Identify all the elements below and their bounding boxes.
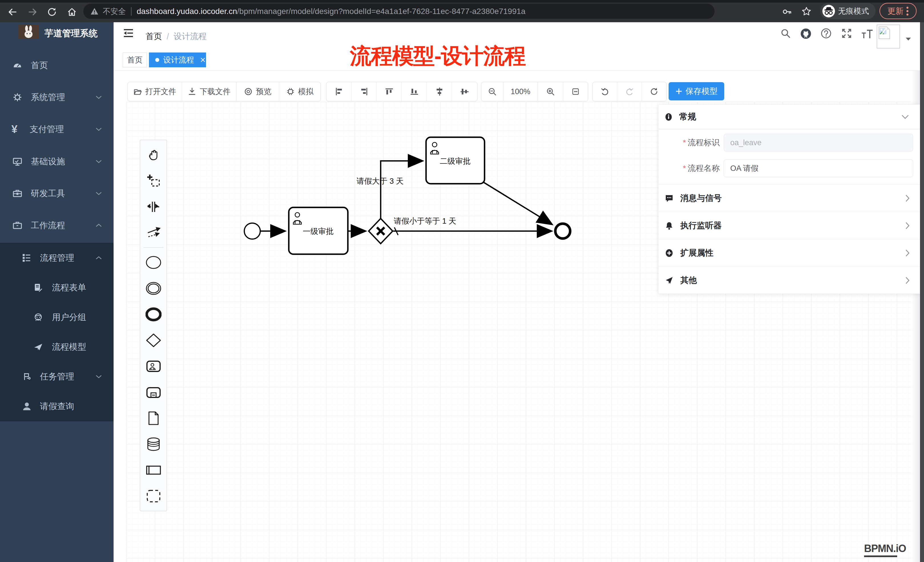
create-gateway-icon[interactable]: [141, 327, 166, 353]
sidebar-item-home[interactable]: 首页: [0, 51, 114, 80]
flow-task2-to-end[interactable]: [483, 182, 551, 224]
create-intermediate-event-icon[interactable]: [141, 275, 166, 301]
browser-home-button[interactable]: [67, 7, 77, 17]
browser-forward-button[interactable]: [27, 7, 38, 17]
end-event[interactable]: [555, 224, 570, 238]
bookmark-star-icon[interactable]: [801, 6, 812, 16]
restart-button[interactable]: [642, 82, 666, 101]
align-toolbar-group: [326, 82, 477, 101]
zoom-level-display[interactable]: 100%: [503, 82, 538, 101]
lasso-tool-icon[interactable]: [141, 168, 166, 194]
chevron-right-icon: [905, 194, 910, 202]
fullscreen-icon[interactable]: [841, 28, 853, 39]
task-label: 一级审批: [303, 227, 334, 236]
flow-gateway-to-task2[interactable]: [381, 161, 422, 219]
process-name-input[interactable]: [724, 159, 913, 177]
zoom-out-button[interactable]: [482, 82, 503, 101]
align-right-button[interactable]: [352, 82, 376, 101]
global-connect-tool-icon[interactable]: [141, 220, 166, 246]
open-file-button[interactable]: 打开文件: [128, 82, 182, 101]
github-icon[interactable]: [800, 28, 812, 39]
sidebar-collapse-icon[interactable]: [123, 28, 135, 39]
chevron-down-icon: [95, 191, 102, 196]
create-data-store-icon[interactable]: [141, 431, 166, 457]
breadcrumb: 首页 / 设计流程: [146, 31, 207, 42]
browser-reload-button[interactable]: [47, 7, 57, 17]
user-group-icon: [34, 313, 43, 322]
align-top-button[interactable]: [376, 82, 402, 101]
bpmn-io-logo[interactable]: BPMN.iO: [864, 543, 906, 557]
preview-eye-icon: [244, 87, 252, 96]
incognito-badge[interactable]: 无痕模式: [820, 3, 876, 19]
sidebar-item-payment[interactable]: ¥ 支付管理: [0, 114, 114, 144]
avatar-caret-icon[interactable]: [905, 37, 912, 41]
sidebar-item-leave-query[interactable]: 请假查询: [0, 391, 114, 421]
sidebar-item-system[interactable]: 系统管理: [0, 82, 114, 112]
password-key-icon[interactable]: [782, 7, 792, 16]
undo-button[interactable]: [593, 82, 617, 101]
create-participant-icon[interactable]: [141, 457, 166, 483]
general-section-header[interactable]: 常规: [658, 105, 920, 129]
address-bar[interactable]: 不安全 dashboard.yudao.iocoder.cn/bpm/manag…: [83, 4, 714, 19]
breadcrumb-home[interactable]: 首页: [146, 31, 162, 42]
section-message-signal[interactable]: 消息与信号: [658, 184, 920, 212]
file-toolbar-group: 打开文件 下载文件 预览 模拟: [128, 82, 321, 101]
sidebar-item-label: 基础设施: [31, 156, 65, 168]
section-other[interactable]: 其他: [658, 267, 920, 294]
create-group-icon[interactable]: [141, 483, 166, 509]
zoom-in-button[interactable]: [538, 82, 563, 101]
sidebar-item-process-management[interactable]: 流程管理: [0, 243, 114, 273]
tag-tab-home[interactable]: 首页: [123, 52, 147, 67]
font-size-icon[interactable]: [861, 29, 873, 40]
avatar[interactable]: [877, 24, 900, 48]
save-model-button[interactable]: 保存模型: [669, 82, 724, 100]
search-icon[interactable]: [780, 28, 792, 39]
zoom-reset-button[interactable]: [563, 82, 588, 101]
simulate-button[interactable]: 模拟: [279, 82, 321, 101]
browser-update-button[interactable]: 更新: [879, 3, 916, 19]
align-bottom-button[interactable]: [402, 82, 427, 101]
create-user-task-icon[interactable]: [141, 353, 166, 379]
section-extended-properties[interactable]: 扩展属性: [658, 239, 920, 267]
sidebar-item-task-management[interactable]: 任务管理: [0, 362, 114, 391]
close-icon[interactable]: [200, 57, 206, 63]
sidebar-item-infrastructure[interactable]: 基础设施: [0, 147, 114, 176]
create-end-event-icon[interactable]: [141, 301, 166, 327]
incognito-icon: [822, 4, 835, 18]
chevron-down-icon: [95, 374, 102, 379]
sidebar-item-workflow[interactable]: 工作流程: [0, 211, 114, 240]
start-event[interactable]: [244, 223, 260, 239]
flow-condition-label-gt3[interactable]: 请假大于 3 天: [356, 177, 404, 186]
browser-back-button[interactable]: [8, 7, 18, 17]
page-scrollbar[interactable]: [920, 22, 924, 562]
update-label: 更新: [888, 6, 903, 16]
align-center-vertical-button[interactable]: [427, 82, 452, 101]
flow-condition-label-le1[interactable]: 请假小于等于 1 天: [394, 217, 456, 225]
sidebar-item-devtools[interactable]: 研发工具: [0, 178, 114, 208]
redo-button[interactable]: [617, 82, 642, 101]
active-tab-dot: [155, 58, 159, 62]
chevron-down-icon: [95, 127, 102, 132]
sidebar-item-user-group[interactable]: 用户分组: [0, 303, 114, 332]
hand-tool-icon[interactable]: [141, 142, 166, 168]
message-icon: [665, 194, 674, 202]
download-file-button[interactable]: 下载文件: [182, 82, 237, 101]
space-tool-icon[interactable]: [141, 194, 166, 220]
create-subprocess-icon[interactable]: [141, 379, 166, 405]
create-start-event-icon[interactable]: [141, 249, 166, 275]
section-execution-listener[interactable]: 执行监听器: [658, 212, 920, 239]
align-left-button[interactable]: [327, 82, 352, 101]
help-icon[interactable]: [821, 28, 832, 39]
tag-tab-design-active[interactable]: 设计流程: [149, 52, 206, 67]
create-data-object-icon[interactable]: [141, 405, 166, 431]
preview-button[interactable]: 预览: [237, 82, 279, 101]
sidebar-item-process-model[interactable]: 流程模型: [0, 332, 114, 362]
process-key-input[interactable]: [724, 134, 913, 151]
sidebar-item-process-form[interactable]: 流程表单: [0, 273, 114, 303]
app-logo[interactable]: [18, 24, 39, 39]
align-center-horizontal-button[interactable]: [452, 82, 477, 101]
tag-tab-label: 首页: [127, 55, 142, 65]
process-name-label: 流程名称: [688, 164, 720, 172]
info-icon: [664, 113, 673, 121]
breadcrumb-current: 设计流程: [174, 31, 207, 42]
